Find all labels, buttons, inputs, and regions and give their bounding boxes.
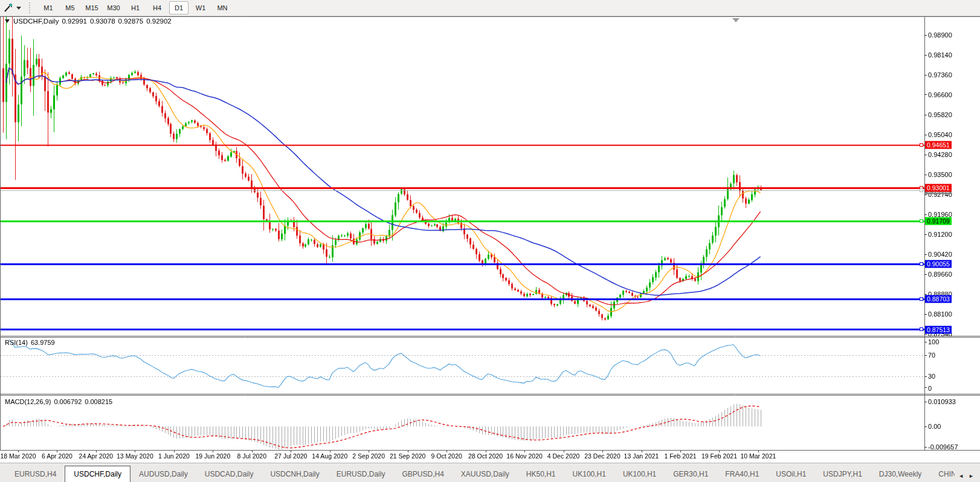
date-tick-label: 6 Apr 2020 xyxy=(42,452,73,460)
date-tick-label: 24 Apr 2020 xyxy=(79,452,114,460)
price-tick-label: 0.94280 xyxy=(928,151,952,158)
date-tick-label: 28 Oct 2020 xyxy=(468,452,503,460)
tab-xauusd-daily[interactable]: XAUUSD,Daily xyxy=(453,467,518,481)
symbol-label: USDCHF,Daily xyxy=(13,18,59,25)
tab-dj30-weekly[interactable]: DJ30,Weekly xyxy=(871,467,930,481)
quote-high: 0.93078 xyxy=(90,18,115,25)
quote-low: 0.92875 xyxy=(118,18,144,25)
trading-platform-window: M1M5M15M30H1H4D1W1MN USDCHF,Daily 0.9299… xyxy=(0,0,980,482)
timeframe-toolbar: M1M5M15M30H1H4D1W1MN xyxy=(0,0,980,16)
symbol-tab-bar: EURUSD,H4USDCHF,DailyAUDUSD,DailyUSDCAD,… xyxy=(0,463,980,482)
tab-uk100-h1[interactable]: UK100,H1 xyxy=(564,467,614,481)
date-tick-label: 19 Jun 2020 xyxy=(195,452,230,460)
rsi-scale-label: 0 xyxy=(928,385,932,392)
timeframe-button-mn[interactable]: MN xyxy=(213,1,232,14)
macd-name: MACD(12,26,9) xyxy=(5,398,51,405)
rsi-scale-label: 30 xyxy=(928,373,935,380)
price-tick-label: 0.95820 xyxy=(928,111,952,118)
date-tick-label: 23 Dec 2020 xyxy=(584,452,621,460)
quote-line: USDCHF,Daily 0.92991 0.93078 0.92875 0.9… xyxy=(5,17,175,25)
macd-scale-label: -0.009657 xyxy=(928,443,958,451)
macd-signal-value: 0.008215 xyxy=(85,398,112,405)
timeframe-button-m30[interactable]: M30 xyxy=(104,1,123,14)
macd-scale-label: 0.00 xyxy=(928,423,941,430)
date-tick-label: 13 Jan 2021 xyxy=(624,452,659,460)
quote-close: 0.92902 xyxy=(146,18,172,25)
level-price-label: 0.87513 xyxy=(925,326,952,333)
rsi-name: RSI(14) xyxy=(5,339,28,346)
cursor-tool-button[interactable] xyxy=(0,1,24,14)
timeframe-button-m1[interactable]: M1 xyxy=(39,1,58,14)
tab-usdchf-daily[interactable]: USDCHF,Daily xyxy=(65,466,131,482)
price-tick-label: 0.96600 xyxy=(928,91,952,98)
date-tick-label: 14 Aug 2020 xyxy=(312,452,347,460)
price-tick-label: 0.91200 xyxy=(928,231,952,238)
timeframe-button-m15[interactable]: M15 xyxy=(82,1,102,14)
tab-eurusd-daily[interactable]: EURUSD,Daily xyxy=(328,467,394,481)
symbol-tabs: EURUSD,H4USDCHF,DailyAUDUSD,DailyUSDCAD,… xyxy=(0,463,955,482)
rsi-value: 63.9759 xyxy=(31,339,55,346)
date-tick-label: 8 Jul 2020 xyxy=(237,452,266,460)
level-price-label: 0.91709 xyxy=(925,217,952,225)
tab-gbpusd-h4[interactable]: GBPUSD,H4 xyxy=(393,467,452,481)
tab-audusd-daily[interactable]: AUDUSD,Daily xyxy=(131,467,196,481)
date-tick-label: 2 Sep 2020 xyxy=(352,452,385,460)
chevron-down-icon xyxy=(16,7,21,10)
price-tick-label: 0.88100 xyxy=(928,310,952,318)
tab-china300-h1[interactable]: CHINA300,H1 xyxy=(930,467,955,481)
tab-usoil-h1[interactable]: USOil,H1 xyxy=(767,467,814,481)
quote-open: 0.92991 xyxy=(62,18,87,25)
timeframe-button-w1[interactable]: W1 xyxy=(191,1,210,14)
macd-main-value: 0.006792 xyxy=(54,398,82,405)
price-chart-canvas[interactable] xyxy=(0,0,980,482)
price-tick-label: 0.98900 xyxy=(928,31,952,39)
date-tick-label: 18 Mar 2020 xyxy=(1,452,36,460)
timeframe-buttons: M1M5M15M30H1H4D1W1MN xyxy=(37,1,233,14)
tab-scroll-right-icon[interactable]: ► xyxy=(966,473,976,479)
level-price-label: 0.93001 xyxy=(925,184,952,191)
tab-fra40-h1[interactable]: FRA40,H1 xyxy=(717,467,767,481)
price-tick-label: 0.89660 xyxy=(928,271,952,278)
rsi-scale-label: 100 xyxy=(928,338,939,345)
cursor-tool-icon xyxy=(4,3,13,13)
timeframe-button-h4[interactable]: H4 xyxy=(147,1,167,14)
price-tick-label: 0.95040 xyxy=(928,131,952,138)
date-tick-label: 9 Oct 2020 xyxy=(431,452,462,460)
tab-eurusd-h4[interactable]: EURUSD,H4 xyxy=(6,467,65,481)
date-tick-label: 16 Nov 2020 xyxy=(506,452,543,460)
level-price-label: 0.88703 xyxy=(925,295,952,303)
date-tick-label: 27 Jul 2020 xyxy=(274,452,307,460)
date-tick-label: 19 Feb 2021 xyxy=(701,452,737,460)
tab-ger30-h1[interactable]: GER30,H1 xyxy=(665,467,717,481)
date-tick-label: 13 May 2020 xyxy=(117,452,153,460)
level-price-label: 0.94651 xyxy=(925,141,952,149)
timeframe-button-h1[interactable]: H1 xyxy=(126,1,145,14)
date-tick-label: 21 Sep 2020 xyxy=(390,452,426,460)
level-price-label: 0.90055 xyxy=(925,260,952,268)
price-tick-label: 0.90420 xyxy=(928,251,952,258)
date-tick-label: 10 Mar 2021 xyxy=(740,452,776,460)
rsi-scale-label: 70 xyxy=(928,352,935,359)
timeframe-button-m5[interactable]: M5 xyxy=(60,1,80,14)
date-tick-label: 1 Jun 2020 xyxy=(158,452,190,460)
tab-usdcad-daily[interactable]: USDCAD,Daily xyxy=(196,467,262,481)
date-tick-label: 1 Feb 2021 xyxy=(664,452,696,460)
price-tick-label: 0.93500 xyxy=(928,171,952,178)
toolbar-grip xyxy=(28,2,31,13)
tab-hk50-h1[interactable]: HK50,H1 xyxy=(518,467,564,481)
timeframe-button-d1[interactable]: D1 xyxy=(169,1,189,14)
tab-usdcnh-daily[interactable]: USDCNH,Daily xyxy=(262,467,327,481)
macd-label: MACD(12,26,9)0.0067920.008215 xyxy=(5,398,115,405)
tab-scroll-left-icon[interactable]: ◄ xyxy=(956,473,966,479)
rsi-label: RSI(14)63.9759 xyxy=(5,339,58,346)
macd-scale-label: 0.010933 xyxy=(928,398,956,405)
date-tick-label: 4 Dec 2020 xyxy=(547,452,580,460)
tab-uk100-h1[interactable]: UK100,H1 xyxy=(614,467,665,481)
price-tick-label: 0.97360 xyxy=(928,71,952,79)
ohlc-toggle-icon[interactable] xyxy=(5,19,10,23)
tab-usdjpy-h1[interactable]: USDJPY,H1 xyxy=(814,467,870,481)
price-tick-label: 0.98140 xyxy=(928,51,952,59)
